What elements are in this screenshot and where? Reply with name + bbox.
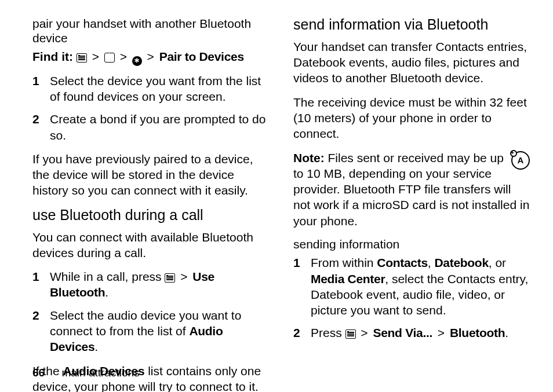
- page-columns: pair your handset with another Bluetooth…: [32, 16, 530, 358]
- note-block: A Note: Files sent or received may be up…: [293, 150, 530, 237]
- menu-icon: [77, 53, 87, 63]
- t: Datebook: [434, 256, 488, 269]
- list-item: 2 Select the audio device you want to co…: [32, 307, 269, 355]
- t: Send Via...: [373, 326, 432, 339]
- list-item: 2 Press > Send Via... > Bluetooth.: [293, 325, 530, 340]
- send-info-para1: Your handset can transfer Contacts entri…: [293, 39, 530, 86]
- t: ,: [428, 256, 435, 269]
- step-number: 2: [32, 111, 50, 143]
- note-label: Note:: [293, 151, 325, 164]
- use-bt-steps-list: 1 While in a call, press > Use Bluetooth…: [32, 269, 269, 354]
- list-item: 1 While in a call, press > Use Bluetooth…: [32, 269, 269, 301]
- find-it-target: Pair to Devices: [159, 50, 244, 63]
- bluetooth-icon: ∗: [132, 56, 142, 66]
- send-info-para2: The receiving device must be within 32 f…: [293, 94, 530, 142]
- note-body: Files sent or received may be up to 10 M…: [293, 151, 529, 228]
- period: .: [505, 326, 508, 339]
- find-it-line: Find it: > > ∗ > Pair to Devices: [32, 49, 269, 65]
- hand-icon: [104, 53, 115, 63]
- step-text: From within Contacts, Datebook, or Media…: [311, 255, 530, 318]
- separator-icon: >: [147, 50, 154, 63]
- step-number: 1: [32, 269, 50, 301]
- pair-steps-list: 1 Select the device you want from the li…: [32, 73, 269, 143]
- menu-icon: [165, 273, 175, 283]
- period: .: [105, 285, 108, 299]
- pair-note-para: If you have previously paired to a devic…: [32, 151, 269, 199]
- left-column: pair your handset with another Bluetooth…: [32, 16, 269, 358]
- t: Media Center: [311, 272, 385, 285]
- t: , or: [489, 256, 506, 269]
- heading-use-bt-call: use Bluetooth during a call: [32, 207, 269, 224]
- t: Press: [311, 326, 345, 339]
- period: .: [94, 340, 98, 353]
- separator-icon: >: [180, 270, 187, 283]
- page-number: 66: [32, 367, 45, 379]
- accessory-a-icon: A: [511, 151, 530, 170]
- step-number: 2: [32, 307, 50, 355]
- step-number: 2: [293, 325, 311, 340]
- step-text: Select the device you want from the list…: [50, 73, 269, 105]
- heading-sending-info: sending information: [293, 237, 530, 251]
- separator-icon: >: [120, 50, 127, 63]
- t: From within: [311, 256, 377, 269]
- step-text: While in a call, press > Use Bluetooth.: [50, 269, 269, 301]
- chapter-name: main attractions: [61, 367, 139, 379]
- t: Contacts: [377, 256, 427, 269]
- find-it-label: Find it:: [32, 50, 73, 63]
- sending-steps-list: 1 From within Contacts, Datebook, or Med…: [293, 255, 530, 340]
- note-para: Note: Files sent or received may be up t…: [293, 150, 530, 229]
- step-number: 1: [32, 73, 50, 105]
- separator-icon: >: [438, 326, 445, 339]
- right-column: send information via Bluetooth Your hand…: [293, 16, 530, 358]
- step-text: Create a bond if you are prompted to do …: [50, 111, 269, 143]
- list-item: 1 Select the device you want from the li…: [32, 73, 269, 105]
- heading-pair-handset: pair your handset with another Bluetooth…: [32, 16, 269, 45]
- menu-icon: [345, 329, 356, 339]
- t: Bluetooth: [450, 326, 505, 339]
- list-item: 2 Create a bond if you are prompted to d…: [32, 111, 269, 143]
- step-number: 1: [293, 255, 311, 318]
- separator-icon: >: [361, 326, 368, 339]
- heading-send-info: send information via Bluetooth: [293, 16, 530, 33]
- list-item: 1 From within Contacts, Datebook, or Med…: [293, 255, 530, 318]
- use-bt-intro: You can connect with available Bluetooth…: [32, 229, 269, 261]
- step-text: Select the audio device you want to conn…: [50, 307, 269, 355]
- step-text: Press > Send Via... > Bluetooth.: [311, 325, 530, 340]
- step-text-pre: While in a call, press: [50, 270, 165, 283]
- separator-icon: >: [92, 50, 99, 63]
- page-footer: 66 main attractions: [32, 366, 140, 380]
